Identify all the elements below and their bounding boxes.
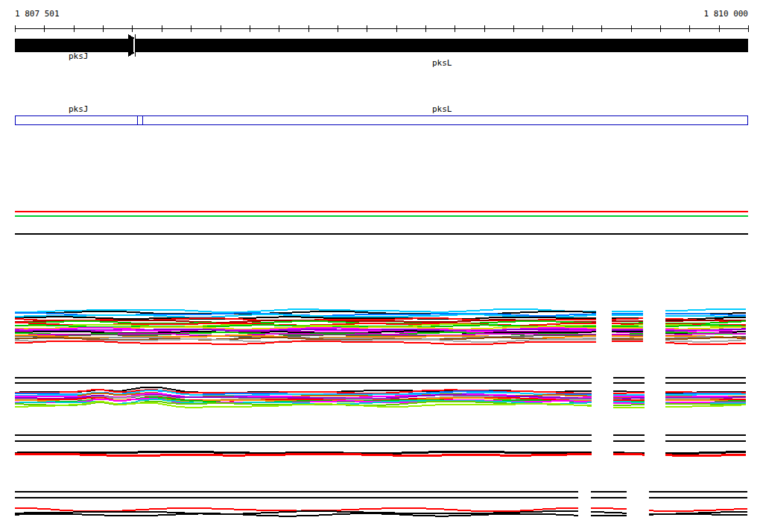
feature-outline-track[interactable] <box>16 116 748 125</box>
plot-line <box>613 398 645 399</box>
plot-line <box>613 396 645 397</box>
plot-line <box>665 340 746 342</box>
plot-line <box>15 455 592 456</box>
gene-bar-track[interactable] <box>15 34 748 57</box>
plot-line <box>649 509 747 511</box>
plot-line <box>612 335 643 335</box>
plot-line <box>613 400 645 401</box>
plot-line <box>613 393 645 393</box>
gene-label-pksJ-bar: pksJ <box>69 52 89 60</box>
gene-junction-slit <box>133 39 135 52</box>
plot-line <box>15 317 596 319</box>
plot-line <box>613 405 645 405</box>
gene-label-pksL-bar: pksL <box>432 59 452 67</box>
codon-usage-plot-1[interactable] <box>15 378 746 408</box>
genome-browser-view: 1 807 501 1 810 000 pksJ pksL pksJ pksL <box>0 0 763 532</box>
sequence-start-coordinate: 1 807 501 <box>15 10 60 18</box>
plot-line <box>649 514 747 516</box>
plot-line <box>665 394 746 395</box>
sequence-end-coordinate: 1 810 000 <box>703 10 748 18</box>
plot-line <box>665 405 746 407</box>
multi-series-comparison-plot[interactable] <box>15 309 746 344</box>
plot-line <box>15 311 596 314</box>
plot-line <box>665 404 746 405</box>
plot-line <box>665 452 746 454</box>
feature-box[interactable] <box>16 116 748 125</box>
codon-usage-plot-2[interactable] <box>15 435 746 456</box>
base-position-ruler[interactable] <box>15 25 749 32</box>
plot-line <box>15 513 578 516</box>
plot-line <box>612 323 643 324</box>
plot-line <box>665 455 746 456</box>
gene-bar[interactable] <box>15 39 748 52</box>
plot-line <box>665 392 746 393</box>
plot-line <box>591 512 627 513</box>
plot-line <box>665 343 746 344</box>
plot-line <box>15 508 578 511</box>
feature-label-pksL: pksL <box>432 105 452 113</box>
plot-line <box>591 508 627 510</box>
plot-line <box>612 326 643 327</box>
feature-label-pksJ: pksJ <box>69 105 89 113</box>
plot-line <box>613 402 645 402</box>
plot-line <box>612 336 643 337</box>
codon-usage-plot-3[interactable] <box>15 492 747 516</box>
plot-line <box>15 321 596 323</box>
plot-line <box>665 397 746 398</box>
plot-line <box>612 325 643 326</box>
gc-content-plot[interactable] <box>15 212 748 234</box>
plot-line <box>665 309 746 311</box>
plot-line <box>612 341 643 342</box>
plot-line <box>613 455 645 455</box>
plot-line <box>665 316 746 317</box>
genome-graphics-canvas <box>0 0 763 532</box>
